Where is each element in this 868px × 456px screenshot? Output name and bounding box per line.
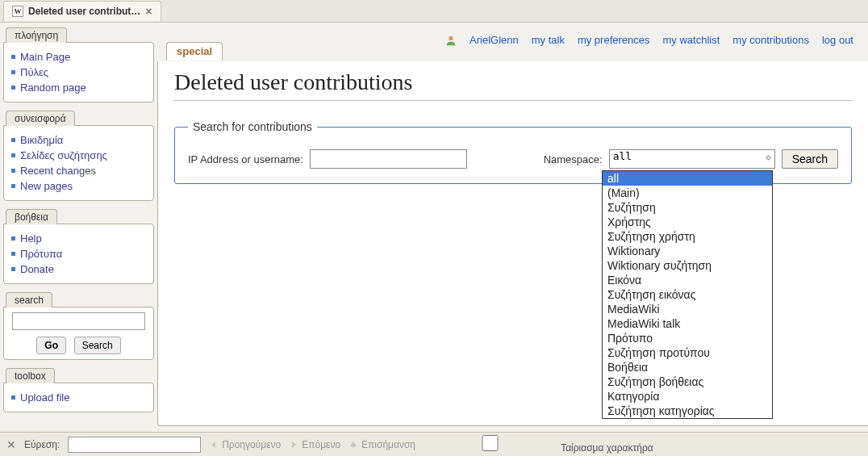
namespace-select[interactable]: all (609, 149, 775, 169)
namespace-option[interactable]: Συζήτηση κατηγορίας (603, 404, 772, 418)
sidebar: πλοήγηση Main Page Πύλες Random page συν… (0, 23, 157, 426)
watchlist-link[interactable]: my watchlist (663, 34, 720, 46)
match-case-label[interactable]: Ταίριασμα χαρακτήρα (424, 435, 653, 454)
sidebar-item[interactable]: Πρότυπα (9, 246, 148, 261)
namespace-option[interactable]: Πρότυπο (603, 331, 772, 345)
findbar-input[interactable] (68, 437, 201, 453)
username-input[interactable] (310, 149, 467, 169)
namespace-option[interactable]: Συζήτηση προτύπου (603, 345, 772, 360)
namespace-option[interactable]: Βοήθεια (603, 360, 772, 374)
nav-heading: πλοήγηση (6, 27, 67, 43)
go-button[interactable]: Go (36, 337, 66, 354)
namespace-option[interactable]: Συζήτηση εικόνας (603, 287, 772, 302)
search-portlet: search Go Search (3, 292, 154, 360)
contribs-link[interactable]: my contributions (732, 34, 809, 46)
user-icon (445, 35, 457, 46)
sidebar-item[interactable]: Σελίδες συζήτησης (9, 148, 148, 163)
contrib-search-button[interactable]: Search (782, 149, 838, 169)
search-button[interactable]: Search (74, 337, 121, 354)
namespace-option[interactable]: Χρήστης (603, 215, 772, 229)
toolbox-portlet: toolbox Upload file (3, 368, 154, 412)
help-portlet: βοήθεια Help Πρότυπα Donate (3, 209, 154, 284)
find-prev-button[interactable]: Προηγούμενο (209, 439, 281, 450)
sidebar-item[interactable]: Πύλες (9, 65, 148, 80)
namespace-option[interactable]: (Main) (603, 186, 772, 200)
logout-link[interactable]: log out (822, 34, 853, 46)
contrib-heading: συνεισφορά (6, 111, 75, 126)
user-links: ArielGlenn my talk my preferences my wat… (445, 34, 853, 46)
namespace-option[interactable]: Wiktionary συζήτηση (603, 258, 772, 273)
findbar-label: Εύρεση: (24, 439, 60, 450)
namespace-option[interactable]: all (603, 171, 772, 186)
find-bar: ✕ Εύρεση: Προηγούμενο Επόμενο Επισήμανση… (0, 432, 868, 456)
sidebar-item[interactable]: Recent changes (9, 163, 148, 178)
namespace-option[interactable]: Συζήτηση χρήστη (603, 229, 772, 244)
fieldset-legend: Search for contributions (188, 120, 317, 133)
namespace-option[interactable]: MediaWiki talk (603, 316, 772, 331)
find-next-button[interactable]: Επόμενο (289, 439, 340, 450)
page-title: Deleted user contributions (174, 69, 852, 101)
sidebar-item[interactable]: New pages (9, 178, 148, 194)
search-input[interactable] (12, 312, 145, 330)
namespace-option[interactable]: Συζήτηση (603, 200, 772, 215)
namespace-dropdown[interactable]: all(Main)ΣυζήτησηΧρήστηςΣυζήτηση χρήστηW… (602, 170, 773, 419)
highlight-icon (348, 440, 358, 450)
namespace-option[interactable]: Εικόνα (603, 273, 772, 287)
arrow-right-icon (289, 440, 298, 450)
browser-tab[interactable]: W Deleted user contribut… × (3, 1, 161, 21)
tab-special[interactable]: special (166, 42, 223, 61)
highlight-button[interactable]: Επισήμανση (348, 439, 415, 450)
browser-tab-bar: W Deleted user contribut… × (0, 0, 868, 23)
prefs-link[interactable]: my preferences (578, 34, 650, 46)
namespace-option[interactable]: MediaWiki (603, 302, 772, 316)
namespace-option[interactable]: Κατηγορία (603, 389, 772, 404)
contrib-portlet: συνεισφορά Βικιδημία Σελίδες συζήτησης R… (3, 111, 154, 201)
username-link[interactable]: ArielGlenn (469, 34, 519, 46)
sidebar-item[interactable]: Help (9, 231, 148, 246)
namespace-option[interactable]: Συζήτηση βοήθειας (603, 374, 772, 389)
ip-label: IP Address or username: (188, 153, 303, 165)
mytalk-link[interactable]: my talk (532, 34, 565, 46)
findbar-close-icon[interactable]: ✕ (6, 438, 16, 451)
svg-point-0 (449, 36, 453, 40)
content-tabs: special (166, 42, 223, 61)
nav-portlet: πλοήγηση Main Page Πύλες Random page (3, 27, 154, 102)
sidebar-item[interactable]: Upload file (9, 390, 148, 405)
sidebar-item[interactable]: Βικιδημία (9, 132, 148, 148)
namespace-option[interactable]: Wiktionary (603, 244, 772, 258)
tab-close-icon[interactable]: × (145, 5, 152, 18)
search-heading: search (6, 292, 52, 307)
match-case-checkbox[interactable] (424, 435, 557, 451)
wikipedia-favicon: W (12, 6, 23, 17)
help-heading: βοήθεια (6, 209, 57, 224)
sidebar-item[interactable]: Main Page (9, 49, 148, 65)
toolbox-heading: toolbox (6, 368, 55, 383)
arrow-left-icon (209, 440, 219, 450)
namespace-label: Namespace: (544, 153, 603, 165)
sidebar-item[interactable]: Random page (9, 80, 148, 95)
sidebar-item[interactable]: Donate (9, 261, 148, 277)
browser-tab-title: Deleted user contribut… (28, 6, 140, 17)
